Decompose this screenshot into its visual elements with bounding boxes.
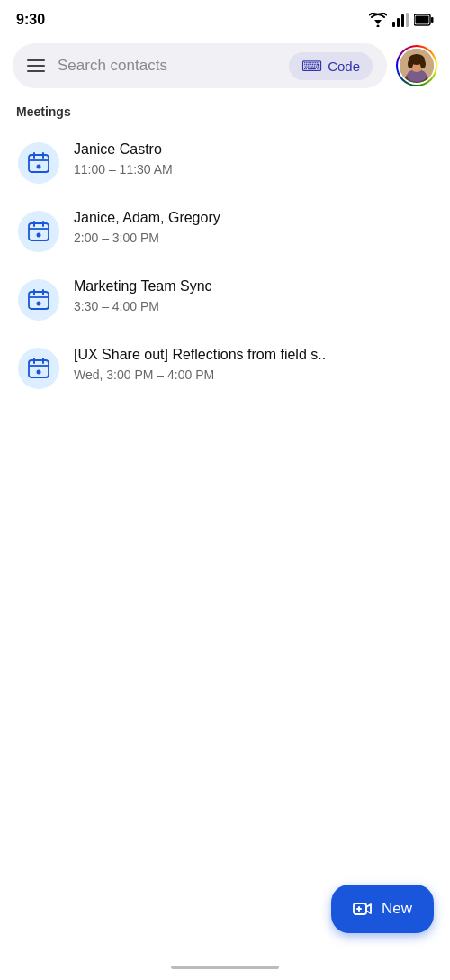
- meeting-info: Janice, Adam, Gregory 2:00 – 3:00 PM: [74, 209, 220, 245]
- svg-rect-3: [397, 18, 400, 27]
- video-add-icon: [353, 899, 373, 919]
- status-icons: [369, 13, 434, 27]
- meeting-info: Janice Castro 11:00 – 11:30 AM: [74, 141, 173, 177]
- svg-rect-21: [29, 223, 49, 240]
- calendar-svg: [27, 151, 50, 175]
- meeting-title: Marketing Team Sync: [74, 277, 212, 296]
- calendar-icon: [18, 211, 59, 252]
- fab-label: New: [382, 900, 412, 918]
- code-label: Code: [328, 59, 360, 74]
- svg-point-14: [408, 59, 413, 68]
- battery-icon: [414, 14, 434, 26]
- svg-rect-4: [401, 14, 404, 27]
- meeting-item[interactable]: Janice, Adam, Gregory 2:00 – 3:00 PM: [13, 196, 437, 265]
- meeting-time: 2:00 – 3:00 PM: [74, 231, 220, 245]
- svg-point-30: [37, 302, 41, 306]
- signal-icon: [392, 13, 409, 27]
- svg-rect-26: [29, 292, 49, 309]
- wifi-icon: [369, 13, 387, 27]
- calendar-svg: [27, 220, 50, 243]
- svg-rect-31: [29, 360, 49, 377]
- avatar-inner: [400, 49, 434, 83]
- keyboard-icon: ⌨: [302, 58, 322, 75]
- meeting-info: [UX Share out] Reflections from field s.…: [74, 346, 326, 382]
- svg-marker-0: [374, 20, 382, 24]
- meeting-item[interactable]: [UX Share out] Reflections from field s.…: [13, 333, 437, 402]
- svg-point-1: [377, 25, 380, 28]
- meeting-title: Janice Castro: [74, 141, 173, 159]
- home-indicator: [171, 966, 279, 969]
- svg-point-20: [37, 165, 41, 169]
- search-placeholder: Search contacts: [58, 57, 276, 75]
- search-bar[interactable]: Search contacts ⌨ Code: [13, 43, 387, 88]
- calendar-icon: [18, 279, 59, 321]
- meeting-time: 3:30 – 4:00 PM: [74, 299, 212, 313]
- meeting-time: 11:00 – 11:30 AM: [74, 162, 173, 177]
- avatar-image: [400, 49, 434, 83]
- meeting-item[interactable]: Marketing Team Sync 3:30 – 4:00 PM: [13, 265, 437, 333]
- status-bar: 9:30: [0, 0, 450, 36]
- hamburger-menu-icon[interactable]: [27, 59, 45, 72]
- meetings-list: Janice Castro 11:00 – 11:30 AM Janice, A…: [0, 128, 450, 402]
- svg-point-15: [420, 59, 426, 68]
- calendar-svg: [27, 357, 50, 380]
- svg-point-25: [37, 233, 41, 238]
- svg-rect-8: [416, 16, 429, 24]
- calendar-icon: [18, 348, 59, 389]
- meeting-info: Marketing Team Sync 3:30 – 4:00 PM: [74, 277, 212, 313]
- meetings-section-header: Meetings: [0, 99, 450, 128]
- new-meeting-fab[interactable]: New: [331, 885, 434, 933]
- code-button[interactable]: ⌨ Code: [289, 52, 373, 80]
- svg-rect-7: [431, 17, 434, 23]
- status-time: 9:30: [16, 12, 45, 28]
- svg-point-35: [37, 370, 41, 375]
- meeting-title: Janice, Adam, Gregory: [74, 209, 220, 228]
- svg-rect-16: [29, 155, 49, 172]
- avatar[interactable]: [396, 45, 437, 86]
- meeting-item[interactable]: Janice Castro 11:00 – 11:30 AM: [13, 128, 437, 196]
- svg-rect-5: [406, 13, 409, 27]
- meeting-time: Wed, 3:00 PM – 4:00 PM: [74, 368, 326, 382]
- calendar-svg: [27, 288, 50, 312]
- calendar-icon: [18, 142, 59, 184]
- search-bar-container: Search contacts ⌨ Code: [0, 36, 450, 99]
- svg-rect-2: [392, 22, 395, 27]
- meeting-title: [UX Share out] Reflections from field s.…: [74, 346, 326, 365]
